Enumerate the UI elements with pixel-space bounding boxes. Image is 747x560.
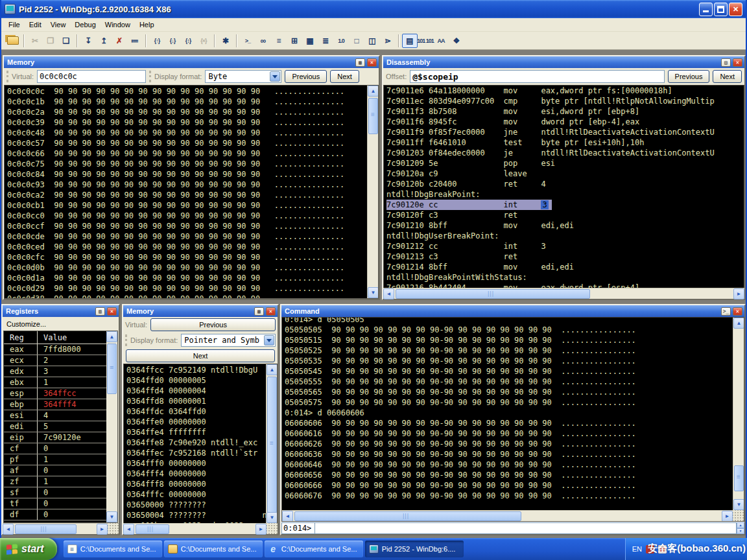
- scroll-down-icon[interactable]: [733, 499, 744, 510]
- scroll-thumb[interactable]: [267, 377, 277, 513]
- scroll-left-icon[interactable]: [282, 511, 293, 522]
- registers-window-icon[interactable]: ⊞: [287, 34, 302, 48]
- source-mode-icon[interactable]: ▤: [402, 34, 418, 48]
- break-icon[interactable]: ✱: [218, 34, 233, 48]
- registers-dock-icon[interactable]: ▥: [95, 307, 105, 316]
- disassembly-dock-icon[interactable]: ▤: [721, 58, 731, 67]
- scroll-thumb[interactable]: [734, 465, 744, 491]
- chevron-down-icon[interactable]: [264, 335, 274, 345]
- task-folder[interactable]: C:\Documents and Se...: [164, 541, 263, 557]
- step-out-breakpoint-icon[interactable]: {↕}: [180, 34, 196, 48]
- memory2-dock-icon[interactable]: ▦: [254, 307, 264, 316]
- command-input[interactable]: [315, 522, 737, 534]
- task-notepad[interactable]: C:\Documents and Se...: [64, 541, 162, 557]
- next-button[interactable]: Next: [330, 70, 359, 83]
- scroll-right-icon[interactable]: [97, 524, 108, 535]
- disassembly-hscrollbar[interactable]: [383, 288, 744, 299]
- scroll-left-icon[interactable]: [3, 524, 14, 535]
- process-thread-icon[interactable]: ⋗: [380, 34, 396, 48]
- scroll-thumb[interactable]: [15, 524, 77, 534]
- memory1-titlebar[interactable]: Memory ▦ ✕: [4, 56, 379, 68]
- task-windbg[interactable]: Pid 2252 - WinDbg:6....: [365, 541, 464, 557]
- registers-vscrollbar[interactable]: [106, 331, 117, 522]
- stop-debugging-icon[interactable]: ✗: [112, 34, 127, 48]
- memory2-vscrollbar[interactable]: [266, 364, 277, 523]
- scroll-thumb[interactable]: [294, 511, 521, 521]
- close-button[interactable]: ✕: [729, 3, 742, 16]
- resize-grip[interactable]: [733, 510, 744, 521]
- next-button[interactable]: Next: [713, 70, 742, 83]
- virtual-address-input[interactable]: [37, 70, 146, 83]
- registers-hscrollbar[interactable]: [3, 523, 119, 534]
- copy-icon[interactable]: ❐: [43, 34, 58, 48]
- customize-link[interactable]: Customize...: [3, 317, 119, 331]
- open-source-file-icon[interactable]: [5, 34, 21, 48]
- options-icon[interactable]: ❖: [449, 34, 464, 48]
- display-format-dropdown[interactable]: Pointer and Symb: [181, 334, 276, 347]
- scroll-down-icon[interactable]: [106, 511, 117, 522]
- scroll-thumb[interactable]: [107, 344, 117, 394]
- command-titlebar[interactable]: Command >_ ✕: [281, 305, 744, 317]
- step-into-breakpoint-icon[interactable]: {↓}: [165, 34, 180, 48]
- scroll-left-icon[interactable]: [383, 288, 394, 299]
- disassembly-titlebar[interactable]: Disassembly ▤ ✕: [383, 56, 744, 68]
- cut-icon[interactable]: ✂: [27, 34, 43, 48]
- step-over-breakpoint-icon[interactable]: {↑}: [149, 34, 165, 48]
- scroll-up-icon[interactable]: [106, 331, 117, 342]
- command-vscrollbar[interactable]: [733, 318, 744, 510]
- scroll-thumb[interactable]: [396, 289, 590, 299]
- maximize-button[interactable]: [714, 3, 728, 16]
- registers-close-icon[interactable]: ✕: [107, 307, 117, 316]
- menu-window[interactable]: Window: [101, 19, 135, 30]
- scroll-right-icon[interactable]: [722, 511, 733, 522]
- detach-icon[interactable]: ≔: [127, 34, 143, 48]
- memory1-close-icon[interactable]: ✕: [367, 58, 377, 67]
- scroll-up-icon[interactable]: [733, 318, 744, 329]
- font-icon[interactable]: AA: [433, 34, 449, 48]
- run-to-cursor-icon[interactable]: {×}: [196, 34, 211, 48]
- locals-window-icon[interactable]: ≡: [271, 34, 287, 48]
- registers-table[interactable]: Reg Value eax7ffd8000 ecx2: [3, 331, 118, 523]
- command-hscrollbar[interactable]: [282, 510, 733, 521]
- memory2-titlebar[interactable]: Memory ▦ ✕: [123, 305, 278, 317]
- command-close-icon[interactable]: ✕: [733, 307, 742, 316]
- next-button[interactable]: Next: [126, 349, 275, 362]
- paste-icon[interactable]: ❏: [58, 34, 74, 48]
- scroll-left-icon[interactable]: [123, 524, 134, 535]
- scroll-right-icon[interactable]: [255, 524, 267, 535]
- scroll-thumb[interactable]: [136, 524, 169, 534]
- task-ie[interactable]: C:\Documents and Se...: [265, 541, 363, 557]
- minimize-button[interactable]: [699, 3, 713, 16]
- menu-help[interactable]: Help: [135, 19, 159, 30]
- scroll-up-icon[interactable]: [267, 364, 278, 375]
- menu-file[interactable]: File: [4, 19, 25, 30]
- call-stack-window-icon[interactable]: ≣: [318, 34, 333, 48]
- previous-button[interactable]: Previous: [668, 70, 710, 83]
- memory2-hscrollbar[interactable]: [123, 523, 278, 534]
- memory-101-icon[interactable]: 101 101: [418, 34, 433, 48]
- disassembly-content[interactable]: 7c9011e6 64a118000000 mov eax,dword ptr …: [383, 85, 744, 288]
- start-button[interactable]: start: [0, 538, 57, 560]
- scratch-pad-icon[interactable]: 1.0: [333, 34, 349, 48]
- disassembly-close-icon[interactable]: ✕: [733, 58, 742, 67]
- scroll-up-icon[interactable]: [368, 86, 379, 97]
- command-spinner[interactable]: ▲▼: [737, 522, 744, 534]
- resize-grip[interactable]: [267, 523, 278, 534]
- previous-button[interactable]: Previous: [285, 70, 327, 83]
- resize-grip[interactable]: [108, 523, 119, 534]
- menu-view[interactable]: View: [46, 19, 71, 30]
- scroll-down-icon[interactable]: [267, 512, 278, 523]
- scroll-right-icon[interactable]: [733, 288, 744, 299]
- blank-window-icon[interactable]: □: [349, 34, 364, 48]
- memory1-vscrollbar[interactable]: [367, 86, 378, 298]
- command-dock-icon[interactable]: >_: [721, 307, 731, 316]
- menu-debug[interactable]: Debug: [70, 19, 100, 30]
- scroll-thumb[interactable]: [368, 98, 378, 134]
- scroll-down-icon[interactable]: [368, 287, 379, 298]
- split-window-icon[interactable]: ◫: [364, 34, 380, 48]
- language-indicator[interactable]: EN: [632, 545, 642, 553]
- memory1-dock-icon[interactable]: ▦: [355, 58, 365, 67]
- memory2-content[interactable]: 0364ffcc 7c952149 ntdll!DbgU0364ffd0 000…: [123, 364, 278, 523]
- memory2-close-icon[interactable]: ✕: [266, 307, 276, 316]
- main-titlebar[interactable]: Pid 2252 - WinDbg:6.2.9200.16384 X86 ✕: [1, 0, 746, 18]
